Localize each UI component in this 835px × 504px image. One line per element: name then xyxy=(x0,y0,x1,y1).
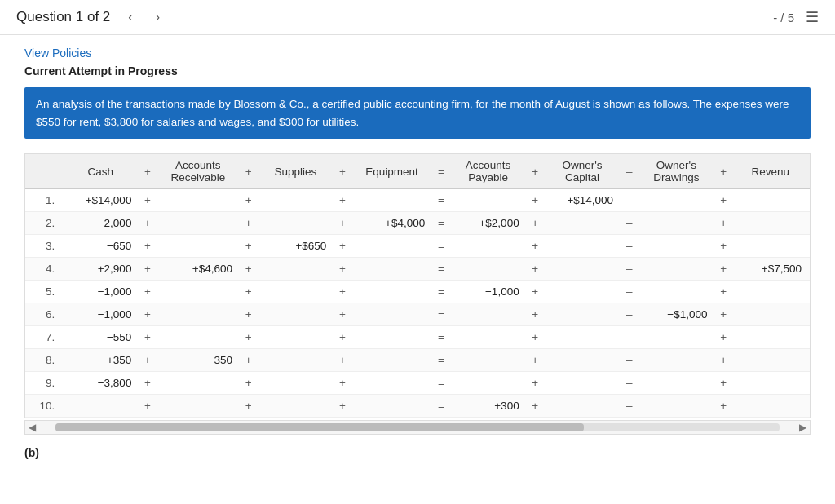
cell-supplies xyxy=(256,212,334,235)
table-row: 7.−550+++=+–+ xyxy=(25,326,810,349)
cell-cash: +350 xyxy=(61,349,139,372)
cell-supplies: +$650 xyxy=(256,235,334,258)
op-cell: + xyxy=(528,189,543,212)
op-cell: + xyxy=(334,326,350,349)
table-row: 4.+2,900++$4,600++=+–++$7,500 xyxy=(25,258,810,281)
table-row: 1.+$14,000+++=++$14,000–+ xyxy=(25,189,810,212)
cell-ar xyxy=(156,303,241,326)
col-num xyxy=(25,154,61,189)
table-scroll-wrapper[interactable]: Cash + AccountsReceivable + Supplies + E… xyxy=(24,153,811,418)
op-cell: + xyxy=(715,303,731,326)
cell-cash: −1,000 xyxy=(61,281,139,303)
cell-ap: +$2,000 xyxy=(448,212,527,235)
op7-header: + xyxy=(715,154,731,189)
cell-ap xyxy=(448,189,527,212)
cell-equipment xyxy=(351,372,434,395)
op-cell: + xyxy=(334,235,350,258)
scrollbar-thumb[interactable] xyxy=(55,423,584,431)
cell-ap: −1,000 xyxy=(448,281,527,303)
scroll-right-arrow[interactable]: ▶ xyxy=(796,422,810,433)
scrollbar-row[interactable]: ◀ ▶ xyxy=(24,420,811,435)
op-cell: + xyxy=(241,372,256,395)
cell-od xyxy=(637,189,715,212)
cell-num: 4. xyxy=(25,258,61,281)
op5-header: + xyxy=(528,154,543,189)
op-cell: + xyxy=(139,349,155,372)
cell-ap xyxy=(448,372,527,395)
score-display: - / 5 xyxy=(773,11,794,24)
scrollbar-track[interactable] xyxy=(55,423,780,431)
cell-revenue: +$7,500 xyxy=(731,258,810,281)
cell-oc xyxy=(543,349,621,372)
cell-cash: −1,000 xyxy=(61,303,139,326)
op-cell: + xyxy=(241,235,256,258)
op-cell: + xyxy=(241,326,256,349)
cell-equipment xyxy=(351,258,434,281)
cell-equipment xyxy=(351,349,434,372)
col-supplies: Supplies xyxy=(256,154,334,189)
page-container: Question 1 of 2 ‹ › - / 5 ☰ View Policie… xyxy=(0,0,835,504)
op-cell: + xyxy=(715,372,731,395)
list-icon[interactable]: ☰ xyxy=(806,8,819,26)
cell-oc xyxy=(543,235,621,258)
op4-header: = xyxy=(433,154,448,189)
cell-num: 2. xyxy=(25,212,61,235)
op-cell: = xyxy=(433,349,448,372)
cell-cash xyxy=(61,395,139,418)
cell-revenue xyxy=(731,281,810,303)
op-cell: + xyxy=(334,281,350,303)
cell-num: 10. xyxy=(25,395,61,418)
cell-equipment xyxy=(351,281,434,303)
prev-button[interactable]: ‹ xyxy=(123,8,137,26)
op-cell: = xyxy=(433,235,448,258)
scroll-left-arrow[interactable]: ◀ xyxy=(25,422,39,433)
cell-revenue xyxy=(731,189,810,212)
op-cell: – xyxy=(621,372,637,395)
op-cell: + xyxy=(334,303,350,326)
view-policies-link[interactable]: View Policies xyxy=(24,46,91,60)
cell-supplies xyxy=(256,395,334,418)
op-cell: – xyxy=(621,189,637,212)
cell-ar xyxy=(156,326,241,349)
op-cell: + xyxy=(241,189,256,212)
cell-revenue xyxy=(731,395,810,418)
cell-ar xyxy=(156,212,241,235)
next-button[interactable]: › xyxy=(151,8,165,26)
cell-ar: +$4,600 xyxy=(156,258,241,281)
op-cell: + xyxy=(334,258,350,281)
op-cell: + xyxy=(715,349,731,372)
op-cell: + xyxy=(139,326,155,349)
op-cell: = xyxy=(433,372,448,395)
table-header-row: Cash + AccountsReceivable + Supplies + E… xyxy=(25,154,810,189)
table-row: 6.−1,000+++=+–−$1,000+ xyxy=(25,303,810,326)
cell-cash: +$14,000 xyxy=(61,189,139,212)
op-cell: + xyxy=(139,281,155,303)
op-cell: + xyxy=(528,303,543,326)
op-cell: + xyxy=(241,303,256,326)
cell-equipment xyxy=(351,326,434,349)
op-cell: + xyxy=(715,189,731,212)
cell-cash: −2,000 xyxy=(61,212,139,235)
cell-ar xyxy=(156,395,241,418)
cell-equipment xyxy=(351,303,434,326)
table-row: 2.−2,000++++$4,000=+$2,000+–+ xyxy=(25,212,810,235)
op-cell: – xyxy=(621,212,637,235)
op-cell: + xyxy=(715,326,731,349)
cell-od xyxy=(637,281,715,303)
op-cell: + xyxy=(528,372,543,395)
table-row: 10.+++=+300+–+ xyxy=(25,395,810,418)
cell-supplies xyxy=(256,303,334,326)
op-cell: + xyxy=(139,189,155,212)
cell-revenue xyxy=(731,235,810,258)
op-cell: + xyxy=(715,235,731,258)
cell-ar xyxy=(156,372,241,395)
description-box: An analysis of the transactions made by … xyxy=(24,87,811,139)
op-cell: – xyxy=(621,395,637,418)
op-cell: + xyxy=(334,349,350,372)
table-row: 5.−1,000+++=−1,000+–+ xyxy=(25,281,810,303)
cell-oc xyxy=(543,281,621,303)
cell-supplies xyxy=(256,189,334,212)
cell-ap: +300 xyxy=(448,395,527,418)
cell-revenue xyxy=(731,349,810,372)
op-cell: + xyxy=(139,258,155,281)
